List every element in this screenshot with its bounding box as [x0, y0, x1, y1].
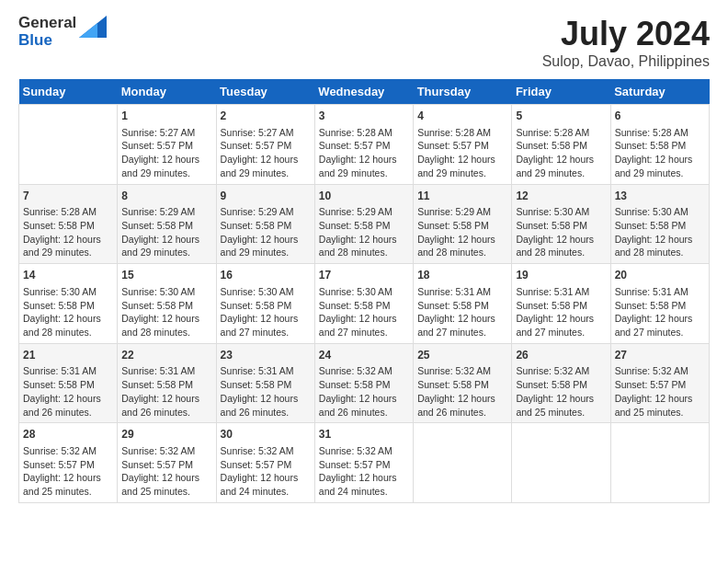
day-info-line: Sunset: 5:58 PM [23, 219, 113, 233]
day-info-line: Sunrise: 5:31 AM [417, 285, 507, 299]
day-number: 26 [516, 348, 606, 363]
day-info-line: Daylight: 12 hours [516, 153, 606, 167]
day-info-line: Sunset: 5:58 PM [516, 139, 606, 153]
day-info-line: Daylight: 12 hours [615, 392, 705, 406]
day-info-line: Daylight: 12 hours [615, 312, 705, 326]
day-info-line: Sunset: 5:58 PM [221, 378, 311, 392]
day-info-line: Sunrise: 5:27 AM [221, 126, 311, 140]
day-number: 4 [417, 109, 507, 124]
day-number: 12 [516, 189, 606, 204]
day-info-line: Sunset: 5:58 PM [23, 378, 113, 392]
day-info-line: Daylight: 12 hours [121, 392, 211, 406]
day-info-line: Sunrise: 5:29 AM [319, 205, 409, 219]
day-info-line: Sunset: 5:57 PM [319, 458, 409, 472]
day-info-line: Daylight: 12 hours [23, 392, 113, 406]
calendar-cell: 29Sunrise: 5:32 AMSunset: 5:57 PMDayligh… [118, 423, 216, 503]
day-of-week-header: Tuesday [216, 79, 314, 105]
day-number: 13 [615, 189, 705, 204]
calendar-cell: 20Sunrise: 5:31 AMSunset: 5:58 PMDayligh… [610, 264, 709, 344]
day-info-line: Sunset: 5:57 PM [615, 378, 705, 392]
day-info-line: Daylight: 12 hours [221, 233, 311, 247]
day-info-line: Sunset: 5:58 PM [615, 299, 705, 313]
calendar-cell: 28Sunrise: 5:32 AMSunset: 5:57 PMDayligh… [19, 423, 118, 503]
day-info-line: Sunset: 5:57 PM [23, 458, 113, 472]
day-of-week-header: Monday [118, 79, 216, 105]
day-info-line: and 26 minutes. [121, 406, 211, 419]
day-info-line: and 25 minutes. [121, 485, 211, 499]
calendar-cell: 14Sunrise: 5:30 AMSunset: 5:58 PMDayligh… [19, 264, 118, 344]
day-info-line: Sunset: 5:58 PM [516, 299, 606, 313]
day-info-line: Sunrise: 5:32 AM [221, 444, 311, 458]
day-number: 22 [121, 348, 211, 363]
day-info-line: Sunset: 5:58 PM [615, 139, 705, 153]
calendar-cell: 25Sunrise: 5:32 AMSunset: 5:58 PMDayligh… [414, 343, 512, 423]
day-info-line: Daylight: 12 hours [221, 312, 311, 326]
day-info-line: and 28 minutes. [417, 246, 507, 259]
day-info-line: Sunrise: 5:32 AM [23, 444, 113, 458]
day-info-line: Sunrise: 5:32 AM [417, 364, 507, 378]
day-number: 9 [221, 189, 311, 204]
day-of-week-header: Thursday [414, 79, 512, 105]
day-info-line: and 28 minutes. [319, 246, 409, 259]
calendar-cell: 6Sunrise: 5:28 AMSunset: 5:58 PMDaylight… [610, 105, 709, 185]
day-info-line: Sunrise: 5:30 AM [121, 285, 211, 299]
day-info-line: and 25 minutes. [23, 485, 113, 499]
calendar-cell: 30Sunrise: 5:32 AMSunset: 5:57 PMDayligh… [216, 423, 314, 503]
calendar-cell: 10Sunrise: 5:29 AMSunset: 5:58 PMDayligh… [314, 184, 413, 264]
day-info-line: Sunrise: 5:28 AM [615, 126, 705, 140]
day-info-line: Sunrise: 5:32 AM [615, 364, 705, 378]
day-number: 17 [319, 268, 409, 283]
day-info-line: Sunrise: 5:29 AM [221, 205, 311, 219]
calendar-week-row: 21Sunrise: 5:31 AMSunset: 5:58 PMDayligh… [19, 343, 710, 423]
day-info-line: Sunrise: 5:28 AM [23, 205, 113, 219]
title-block: July 2024 Sulop, Davao, Philippines [542, 15, 710, 70]
day-number: 8 [121, 189, 211, 204]
calendar-cell: 24Sunrise: 5:32 AMSunset: 5:58 PMDayligh… [314, 343, 413, 423]
day-number: 6 [615, 109, 705, 124]
header-row: SundayMondayTuesdayWednesdayThursdayFrid… [19, 79, 710, 105]
calendar-cell: 9Sunrise: 5:29 AMSunset: 5:58 PMDaylight… [216, 184, 314, 264]
day-info-line: Sunset: 5:58 PM [221, 299, 311, 313]
subtitle: Sulop, Davao, Philippines [542, 53, 710, 70]
logo-general: General [18, 15, 76, 32]
day-of-week-header: Friday [512, 79, 610, 105]
day-info-line: Daylight: 12 hours [23, 312, 113, 326]
day-info-line: Sunset: 5:57 PM [417, 139, 507, 153]
day-info-line: Daylight: 12 hours [319, 153, 409, 167]
day-info-line: Sunset: 5:58 PM [319, 299, 409, 313]
day-number: 24 [319, 348, 409, 363]
day-info-line: Sunrise: 5:31 AM [516, 285, 606, 299]
day-info-line: Sunset: 5:58 PM [417, 219, 507, 233]
calendar-cell: 7Sunrise: 5:28 AMSunset: 5:58 PMDaylight… [19, 184, 118, 264]
page: General Blue July 2024 Sulop, Davao, Phi… [0, 0, 728, 563]
logo: General Blue [18, 15, 107, 49]
day-info-line: and 27 minutes. [417, 326, 507, 339]
day-number: 2 [221, 109, 311, 124]
day-info-line: Daylight: 12 hours [23, 233, 113, 247]
day-info-line: and 26 minutes. [23, 406, 113, 419]
calendar-cell: 23Sunrise: 5:31 AMSunset: 5:58 PMDayligh… [216, 343, 314, 423]
main-title: July 2024 [542, 15, 710, 53]
day-info-line: Daylight: 12 hours [516, 392, 606, 406]
day-number: 29 [121, 427, 211, 442]
day-number: 15 [121, 268, 211, 283]
day-info-line: and 29 minutes. [121, 246, 211, 259]
calendar-week-row: 7Sunrise: 5:28 AMSunset: 5:58 PMDaylight… [19, 184, 710, 264]
day-info-line: Sunset: 5:58 PM [121, 378, 211, 392]
day-info-line: Sunset: 5:58 PM [319, 378, 409, 392]
day-number: 21 [23, 348, 113, 363]
day-info-line: and 24 minutes. [221, 485, 311, 499]
calendar-cell: 11Sunrise: 5:29 AMSunset: 5:58 PMDayligh… [414, 184, 512, 264]
calendar-cell: 8Sunrise: 5:29 AMSunset: 5:58 PMDaylight… [118, 184, 216, 264]
day-number: 1 [121, 109, 211, 124]
calendar-cell: 26Sunrise: 5:32 AMSunset: 5:58 PMDayligh… [512, 343, 610, 423]
day-of-week-header: Sunday [19, 79, 118, 105]
calendar-cell: 19Sunrise: 5:31 AMSunset: 5:58 PMDayligh… [512, 264, 610, 344]
day-info-line: and 29 minutes. [221, 246, 311, 259]
logo-blue: Blue [18, 32, 52, 50]
day-info-line: and 25 minutes. [516, 406, 606, 419]
day-info-line: Sunrise: 5:29 AM [121, 205, 211, 219]
day-info-line: Daylight: 12 hours [319, 312, 409, 326]
day-number: 7 [23, 189, 113, 204]
day-number: 20 [615, 268, 705, 283]
